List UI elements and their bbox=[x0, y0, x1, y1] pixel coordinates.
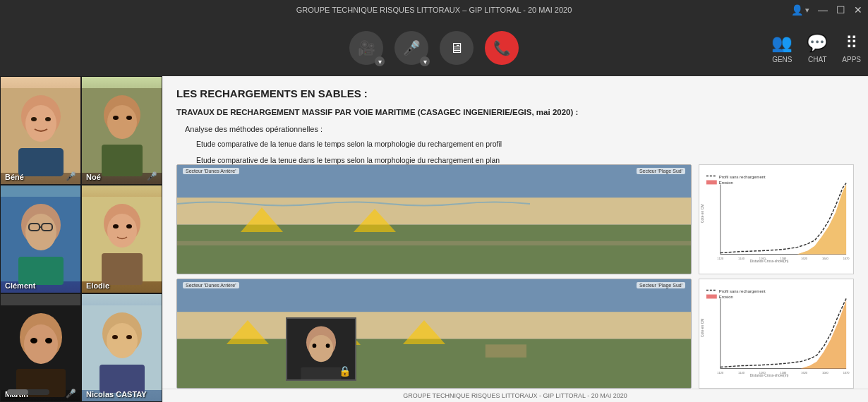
nicolas-face-svg bbox=[82, 294, 162, 401]
svg-rect-89 bbox=[301, 367, 341, 379]
svg-rect-53 bbox=[706, 181, 717, 185]
participant-clement-video bbox=[1, 185, 80, 293]
participant-bene-video bbox=[1, 77, 80, 184]
slide-maps: Secteur 'Dunes Arrière' Secteur 'Plage S… bbox=[162, 164, 868, 389]
apps-icon: ⠿ bbox=[845, 33, 858, 53]
svg-text:1180: 1180 bbox=[780, 371, 788, 374]
video-chevron-icon: ▾ bbox=[375, 56, 385, 66]
svg-text:Erosion: Erosion bbox=[719, 295, 733, 299]
charts-column: Profil sans rechargement Erosion Cote en… bbox=[699, 164, 854, 389]
bottom-participant: 🔒 bbox=[286, 317, 356, 381]
controls-bar: 🎥 ▾ 🎤 ▾ 🖥 📞 bbox=[0, 20, 868, 76]
svg-point-35 bbox=[112, 335, 118, 339]
svg-point-91 bbox=[326, 343, 330, 348]
participant-row-2: Clément Elodie bbox=[0, 185, 162, 293]
bene-face-svg bbox=[1, 77, 80, 184]
participant-martin-mic-icon: 🎤 bbox=[66, 389, 76, 398]
mic-button[interactable]: 🎤 ▾ bbox=[394, 31, 428, 65]
svg-text:1040: 1040 bbox=[822, 371, 829, 374]
svg-rect-22 bbox=[102, 253, 143, 285]
apps-label: APPS bbox=[842, 56, 861, 63]
svg-point-2 bbox=[25, 105, 56, 142]
elodie-face-svg bbox=[82, 185, 162, 293]
video-button[interactable]: 🎥 ▾ bbox=[349, 31, 383, 65]
svg-text:Profil sans rechargement: Profil sans rechargement bbox=[719, 289, 766, 293]
participant-bene-mic-icon: 🎤 bbox=[66, 171, 76, 181]
svg-rect-40 bbox=[177, 241, 691, 245]
participant-martin-video bbox=[1, 294, 80, 401]
close-button[interactable]: ✕ bbox=[854, 4, 862, 16]
participant-row-1: Béné 🎤 Noé 🎤 bbox=[0, 76, 162, 185]
slide-content: LES RECHARGEMENTS EN SABLES : TRAVAUX DE… bbox=[162, 76, 868, 164]
svg-text:1640: 1640 bbox=[822, 257, 829, 260]
svg-rect-3 bbox=[18, 148, 64, 176]
mic-chevron-icon: ▾ bbox=[420, 56, 430, 66]
map-bottom: Secteur 'Dunes Arrière' Secteur 'Plage S… bbox=[176, 279, 692, 389]
user-profile-icon[interactable]: 👤▾ bbox=[791, 4, 809, 16]
svg-rect-45 bbox=[177, 339, 691, 388]
chart-2-svg: Profil sans rechargement Erosion Cote en… bbox=[699, 279, 853, 388]
svg-rect-71 bbox=[706, 295, 717, 299]
scrollbar-thumb[interactable] bbox=[7, 389, 28, 395]
screen-icon: 🖥 bbox=[450, 40, 464, 56]
participant-noe: Noé 🎤 bbox=[81, 76, 162, 185]
aerial-map-top-svg bbox=[177, 165, 691, 274]
participant-nicolas-video bbox=[82, 294, 162, 401]
slide-footer-text: GROUPE TECHNIQUE RISQUES LITTORAUX - GIP… bbox=[403, 392, 627, 399]
participant-row-3: Martin 🎤 Nicolas CASTAY bbox=[0, 293, 162, 402]
titlebar: GROUPE TECHNIQUE RISQUES LITTORAUX – GIP… bbox=[0, 0, 868, 20]
bullet3-text: Etude comparative de la tenue dans le te… bbox=[196, 156, 500, 164]
svg-point-4 bbox=[31, 117, 37, 121]
svg-text:Erosion: Erosion bbox=[719, 181, 733, 185]
participant-bene: Béné 🎤 bbox=[0, 76, 81, 185]
svg-point-90 bbox=[313, 343, 317, 348]
slide-bullet1: Analyse des méthodes opérationnelles : bbox=[185, 125, 854, 133]
svg-text:Profil sans rechargement: Profil sans rechargement bbox=[719, 175, 766, 179]
martin-face-svg bbox=[1, 294, 80, 401]
apps-button[interactable]: ⠿ APPS bbox=[842, 33, 861, 63]
participant-clement: Clément bbox=[0, 185, 81, 293]
svg-text:Cote en CM: Cote en CM bbox=[701, 319, 704, 337]
gens-label: GENS bbox=[772, 56, 792, 63]
presentation-area: LES RECHARGEMENTS EN SABLES : TRAVAUX DE… bbox=[162, 76, 868, 402]
svg-point-11 bbox=[126, 116, 132, 120]
svg-text:1620: 1620 bbox=[801, 371, 808, 374]
video-icon: 🎥 bbox=[358, 39, 375, 56]
svg-point-88 bbox=[309, 335, 333, 362]
scrollbar[interactable] bbox=[7, 389, 49, 395]
svg-point-36 bbox=[126, 335, 132, 339]
svg-point-5 bbox=[45, 117, 51, 121]
screen-share-button[interactable]: 🖥 bbox=[440, 31, 474, 65]
svg-rect-46 bbox=[486, 344, 526, 357]
participant-noe-mic-icon: 🎤 bbox=[147, 171, 157, 181]
svg-rect-39 bbox=[177, 225, 691, 274]
end-call-button[interactable]: 📞 bbox=[485, 31, 519, 65]
svg-text:1140: 1140 bbox=[738, 257, 745, 260]
mic-icon: 🎤 bbox=[403, 39, 421, 56]
end-call-icon: 📞 bbox=[493, 39, 511, 56]
participant-nicolas: Nicolas CASTAY bbox=[81, 293, 162, 402]
participant-elodie: Elodie bbox=[81, 185, 162, 293]
map-bottom-label-right: Secteur 'Plage Sud' bbox=[637, 282, 685, 288]
titlebar-controls: 👤▾ — ☐ ✕ bbox=[791, 0, 862, 20]
participant-noe-name: Noé bbox=[86, 173, 101, 181]
bottom-participant-mic-icon: 🔒 bbox=[339, 365, 351, 377]
chart-2: Profil sans rechargement Erosion Cote en… bbox=[699, 279, 854, 389]
svg-text:1160: 1160 bbox=[759, 257, 766, 260]
slide-bullet2: Etude comparative de la tenue dans le te… bbox=[196, 139, 854, 150]
svg-point-21 bbox=[107, 214, 137, 248]
svg-text:1620: 1620 bbox=[801, 257, 808, 260]
map-top-labels: Secteur 'Dunes Arrière' Secteur 'Plage S… bbox=[177, 168, 691, 174]
maximize-button[interactable]: ☐ bbox=[836, 4, 845, 16]
gens-button[interactable]: 👥 GENS bbox=[771, 33, 792, 63]
map-top-label-right: Secteur 'Plage Sud' bbox=[637, 168, 685, 174]
svg-point-8 bbox=[107, 105, 137, 139]
minimize-button[interactable]: — bbox=[818, 4, 828, 16]
svg-point-23 bbox=[113, 224, 119, 229]
svg-text:1070: 1070 bbox=[843, 371, 850, 374]
svg-text:1180: 1180 bbox=[780, 257, 788, 260]
svg-point-27 bbox=[24, 324, 58, 364]
chat-button[interactable]: 💬 CHAT bbox=[807, 33, 828, 63]
participant-noe-video bbox=[82, 77, 162, 184]
map-top: Secteur 'Dunes Arrière' Secteur 'Plage S… bbox=[176, 164, 692, 274]
